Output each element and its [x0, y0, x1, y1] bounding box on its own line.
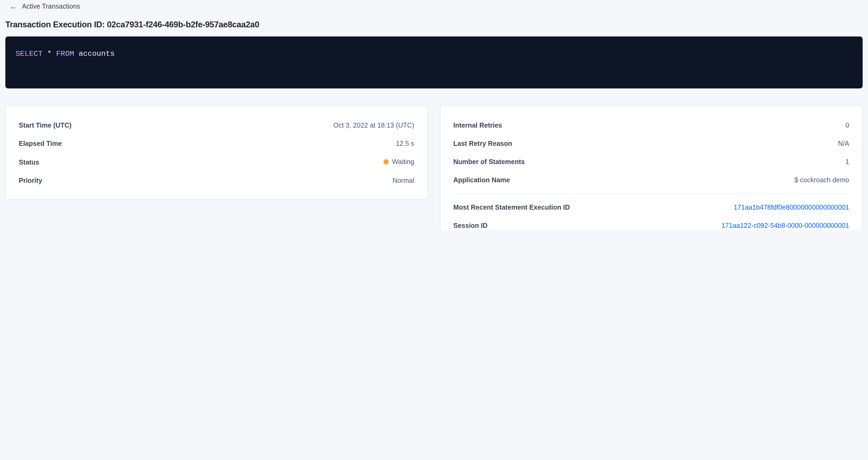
- sql-table-name: accounts: [74, 49, 115, 58]
- sql-keyword-from: FROM: [56, 49, 74, 58]
- summary-row-most-recent-stmt-exec-id: Most Recent Statement Execution ID 171aa…: [453, 202, 849, 213]
- row-label: Priority: [19, 175, 42, 186]
- summary-row-status: Status Waiting: [19, 157, 414, 168]
- row-label: Start Time (UTC): [19, 120, 71, 131]
- breadcrumb-label: Active Transactions: [22, 2, 80, 11]
- summary-row-elapsed-time: Elapsed Time 12.5 s: [19, 138, 414, 149]
- row-label: Last Retry Reason: [453, 138, 512, 149]
- sql-star: *: [42, 49, 56, 58]
- row-label: Session ID: [453, 220, 488, 230]
- row-label: Number of Statements: [453, 157, 525, 167]
- summary-row-internal-retries: Internal Retries 0: [453, 120, 849, 131]
- status-badge: Waiting: [383, 157, 414, 167]
- summary-row-application-name: Application Name $ cockroach demo: [453, 175, 849, 185]
- status-text: Waiting: [392, 157, 414, 167]
- row-value: 0: [845, 120, 849, 131]
- session-id-link[interactable]: 171aa122-c092-54b8-0000-000000000001: [721, 222, 849, 229]
- page-title: Transaction Execution ID: 02ca7931-f246-…: [5, 19, 863, 30]
- statement-execution-id-link[interactable]: 171aa1b478fdf0e80000000000000001: [734, 204, 849, 211]
- summary-row-number-of-statements: Number of Statements 1: [453, 157, 849, 167]
- row-value: Normal: [393, 175, 414, 186]
- row-value: 12.5 s: [396, 138, 414, 149]
- summary-row-start-time: Start Time (UTC) Oct 3, 2022 at 18:13 (U…: [19, 120, 414, 131]
- overview-card-left: Start Time (UTC) Oct 3, 2022 at 18:13 (U…: [5, 105, 428, 200]
- summary-row-session-id: Session ID 171aa122-c092-54b8-0000-00000…: [453, 220, 849, 230]
- row-label: Internal Retries: [453, 120, 502, 131]
- overview-card-right: Internal Retries 0 Last Retry Reason N/A…: [440, 105, 863, 230]
- row-label: Most Recent Statement Execution ID: [453, 202, 570, 213]
- card-divider: [453, 193, 849, 193]
- back-arrow-icon: ←: [10, 3, 17, 10]
- breadcrumb-back-link[interactable]: ← Active Transactions: [5, 2, 80, 11]
- row-value: $ cockroach demo: [795, 175, 849, 185]
- row-value: N/A: [838, 138, 849, 149]
- summary-row-last-retry-reason: Last Retry Reason N/A: [453, 138, 849, 149]
- row-label: Elapsed Time: [19, 138, 62, 149]
- row-value: 1: [845, 157, 849, 167]
- row-label: Application Name: [453, 175, 510, 185]
- sql-keyword-select: SELECT: [16, 49, 42, 58]
- transaction-details-page: ← Active Transactions Transaction Execut…: [0, 0, 868, 230]
- summary-row-priority: Priority Normal: [19, 175, 414, 186]
- row-label: Status: [19, 157, 39, 168]
- sql-statement-box: SELECT * FROM accounts: [5, 36, 863, 88]
- overview-cards-row: Start Time (UTC) Oct 3, 2022 at 18:13 (U…: [5, 105, 863, 230]
- status-waiting-dot-icon: [383, 159, 389, 164]
- row-value: Oct 3, 2022 at 18:13 (UTC): [333, 120, 414, 131]
